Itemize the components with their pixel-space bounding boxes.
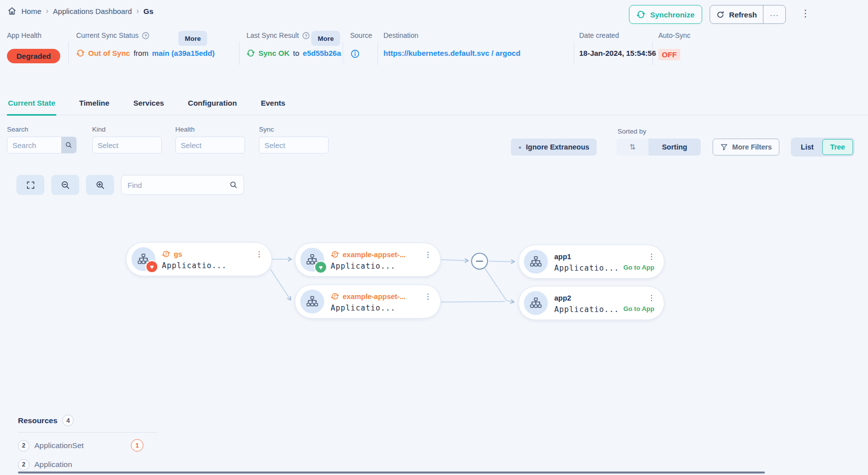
tab-bar: Current State Timeline Services Configur… (0, 90, 868, 115)
tab-configuration[interactable]: Configuration (187, 99, 238, 116)
resource-row-application[interactable]: 2 Application (18, 459, 177, 471)
view-toggle: List Tree (791, 138, 855, 157)
kebab-icon: ⋮ (648, 294, 655, 302)
divider (343, 42, 343, 65)
node-kebab-menu-button[interactable]: ⋮ (424, 250, 432, 259)
info-icon[interactable] (350, 49, 360, 59)
ignore-extraneous-toggle[interactable]: ● Ignore Extraneous (511, 139, 597, 156)
fullscreen-icon (26, 180, 35, 190)
last-sync-result-column: Last Sync Result Sync OK to e5d55b26a (247, 30, 310, 41)
home-icon[interactable] (7, 6, 17, 16)
more-filters-button[interactable]: More Filters (713, 139, 779, 156)
resource-label[interactable]: ApplicationSet (34, 441, 84, 450)
collapse-children-button[interactable] (471, 253, 488, 270)
go-to-app-link[interactable]: Go to App (623, 305, 654, 313)
node-kebab-menu-button[interactable]: ⋮ (424, 292, 432, 301)
health-select[interactable] (176, 137, 245, 153)
resource-label[interactable]: Application (34, 460, 72, 469)
graph-node-example-appset-2[interactable]: example-appset-... Applicatio... ⋮ (295, 285, 441, 318)
sync-icon (636, 10, 645, 19)
search-field: Search (7, 126, 77, 154)
refresh-more-options-button[interactable]: ··· (763, 5, 785, 23)
help-icon[interactable] (141, 31, 150, 40)
out-of-sync-icon (76, 49, 85, 57)
go-to-app-link[interactable]: Go to App (623, 264, 654, 271)
resource-row-applicationset[interactable]: 2 ApplicationSet 1 (18, 440, 177, 452)
node-name: example-appset-... (343, 293, 406, 301)
sorting-dropdown[interactable]: ⇅ Sorting (617, 139, 701, 156)
sync-select[interactable] (259, 137, 328, 153)
graph-node-app2[interactable]: app2 Applicatio... ⋮ Go to App (518, 286, 664, 320)
zoom-in-button[interactable] (86, 175, 114, 195)
node-kebab-menu-button[interactable]: ⋮ (648, 294, 655, 303)
tab-timeline[interactable]: Timeline (78, 99, 111, 116)
application-icon (524, 291, 548, 315)
graph-node-app1[interactable]: app1 Applicatio... ⋮ Go to App (518, 245, 664, 279)
resource-count-badge: 2 (18, 459, 29, 471)
breadcrumb-applications-dashboard[interactable]: Applications Dashboard (53, 7, 131, 15)
synchronize-label: Synchronize (650, 10, 694, 19)
top-bar: Home › Applications Dashboard › Gs Synch… (0, 0, 868, 28)
refresh-label: Refresh (729, 10, 757, 19)
help-icon[interactable] (302, 31, 310, 40)
graph-node-example-appset-1[interactable]: ♥ example-appset-... Applicatio... ⋮ (295, 243, 441, 277)
view-toggle-tree[interactable]: Tree (822, 139, 853, 155)
ellipsis-icon: ··· (770, 10, 779, 19)
horizontal-scrollbar[interactable] (18, 472, 765, 474)
date-created-column: Date created 18-Jan-2024, 15:54:56 (579, 30, 619, 41)
refresh-icon (716, 10, 725, 19)
tab-current-state[interactable]: Current State (7, 99, 56, 116)
breadcrumb: Home › Applications Dashboard › Gs (7, 6, 153, 16)
destination-link[interactable]: https://kubernetes.default.svc / argocd (383, 49, 520, 57)
health-filter-field: Health (175, 126, 245, 154)
current-sync-more-button[interactable]: More (178, 31, 207, 46)
find-input[interactable] (127, 181, 230, 189)
application-set-icon (300, 290, 324, 314)
kebab-icon: ⋮ (648, 252, 655, 261)
search-input[interactable] (7, 137, 61, 153)
to-text: to (293, 49, 300, 57)
refresh-button[interactable]: Refresh (710, 5, 763, 23)
breadcrumb-current-app: Gs (143, 7, 153, 15)
kebab-icon: ⋮ (255, 250, 263, 258)
resources-total-badge: 4 (62, 415, 74, 426)
synchronize-button[interactable]: Synchronize (629, 5, 702, 24)
divider (68, 42, 69, 65)
date-created-value: 18-Jan-2024, 15:54:56 (579, 49, 656, 57)
kebab-icon: ⋮ (801, 8, 810, 18)
zoom-out-icon (61, 180, 70, 190)
sorting-label: Sorting (648, 143, 701, 151)
last-sync-revision-link[interactable]: e5d55b26a (303, 49, 341, 57)
search-submit-button[interactable] (61, 137, 76, 153)
application-set-icon: ♥ (300, 248, 324, 272)
resources-panel: Resources 4 2 ApplicationSet 1 2 Applica… (18, 415, 177, 471)
tab-events[interactable]: Events (260, 99, 286, 116)
tab-services[interactable]: Services (132, 99, 165, 116)
node-name: gs (174, 250, 182, 258)
kind-select[interactable] (93, 137, 161, 153)
page-kebab-menu-button[interactable]: ⋮ (801, 7, 810, 20)
zoom-out-button[interactable] (51, 175, 79, 195)
last-sync-more-button[interactable]: More (311, 31, 340, 46)
divider (574, 42, 574, 65)
resource-alert-badge[interactable]: 1 (131, 439, 143, 452)
graph-node-gs[interactable]: ♥ gs Applicatio... ⋮ (126, 242, 272, 276)
node-kebab-menu-button[interactable]: ⋮ (255, 250, 263, 259)
view-toggle-list[interactable]: List (792, 139, 822, 155)
chevron-right-icon: › (46, 7, 48, 15)
auto-sync-status-badge: OFF (658, 49, 680, 60)
current-sync-status-label: Current Sync Status (76, 31, 138, 39)
more-filters-label: More Filters (732, 143, 771, 151)
divider (18, 432, 157, 433)
health-degraded-badge: ♥ (145, 260, 158, 273)
node-kind: Applicatio... (331, 262, 395, 271)
auto-sync-label: Auto-Sync (658, 30, 691, 41)
current-sync-status-column: Current Sync Status Out of Sync from mai… (76, 30, 150, 41)
current-sync-status-value: Out of Sync (88, 49, 130, 57)
fullscreen-button[interactable] (16, 175, 44, 195)
app-health-label: App Health (7, 30, 41, 41)
current-sync-revision-link[interactable]: main (a39a15edd) (152, 49, 215, 57)
node-kebab-menu-button[interactable]: ⋮ (648, 252, 655, 261)
applications-dashboard-page: Home › Applications Dashboard › Gs Synch… (0, 0, 868, 475)
breadcrumb-home[interactable]: Home (21, 7, 41, 15)
